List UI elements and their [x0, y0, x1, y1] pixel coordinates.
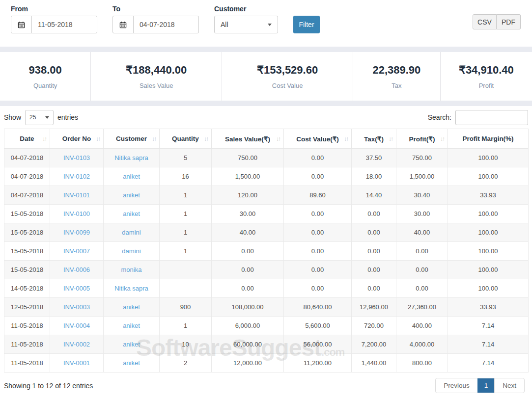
order-no-link[interactable]: INV-0005 — [50, 279, 104, 298]
sales-value-cell: 40.00 — [212, 223, 284, 242]
quantity-cell: 1 — [160, 186, 212, 205]
order-no-link[interactable]: INV-0103 — [50, 149, 104, 167]
csv-button[interactable]: CSV — [473, 14, 497, 29]
search-input[interactable] — [455, 110, 528, 125]
order-no-link[interactable]: INV-0099 — [50, 223, 104, 242]
order-no-link[interactable]: INV-0001 — [50, 354, 104, 373]
table-row: 04-07-2018INV-0101aniket1120.0089.6014.4… — [4, 186, 529, 205]
sales-value-cell: 1,500.00 — [212, 167, 284, 186]
tax-cell: 37.50 — [352, 149, 396, 167]
table-row: 11-05-2018INV-0002aniket1060,000.0056,00… — [4, 335, 529, 354]
sales-value-cell: 120.00 — [212, 186, 284, 205]
page-length-select[interactable]: 25 — [25, 110, 54, 125]
filter-groups: From To — [0, 0, 532, 33]
customer-link[interactable]: damini — [104, 242, 160, 261]
sales-value-cell: 0.00 — [212, 261, 284, 279]
stat-value: ₹188,440.00 — [91, 64, 222, 77]
calendar-icon[interactable] — [113, 16, 134, 33]
column-header-cost-value[interactable]: Cost Value(₹)↓↑ — [284, 129, 352, 149]
customer-link[interactable]: damini — [104, 223, 160, 242]
column-header-quantity[interactable]: Quantity↓↑ — [160, 129, 212, 149]
stat-value: ₹34,910.40 — [441, 64, 532, 77]
from-date-input[interactable] — [32, 16, 97, 33]
pdf-button[interactable]: PDF — [497, 14, 521, 29]
separator-band — [0, 47, 532, 52]
column-header-profit[interactable]: Profit(₹)↓↑ — [396, 129, 448, 149]
filter-button[interactable]: Filter — [293, 16, 320, 33]
to-label: To — [112, 5, 199, 13]
profit-cell: 0.00 — [396, 242, 448, 261]
table-row: 15-05-2018INV-0099damini140.000.000.0040… — [4, 223, 529, 242]
date-cell: 11-05-2018 — [4, 354, 50, 373]
table-controls: Show 25 entries Search: — [4, 106, 528, 129]
quantity-cell — [160, 279, 212, 298]
column-header-date[interactable]: Date↓↑ — [4, 129, 50, 149]
stat-cost-value: ₹153,529.60 Cost Value — [222, 52, 353, 101]
to-date-input[interactable] — [134, 16, 198, 33]
tax-cell: 0.00 — [352, 261, 396, 279]
customer-link[interactable]: aniket — [104, 298, 160, 317]
customer-link[interactable]: monika — [104, 261, 160, 279]
date-cell: 04-07-2018 — [4, 186, 50, 205]
report-table-body: 04-07-2018INV-0103Nitika sapra5750.000.0… — [4, 149, 529, 373]
profit-margin-cell: 7.14 — [448, 317, 529, 335]
quantity-cell: 1 — [160, 205, 212, 223]
pagination: Previous 1 Next — [435, 378, 525, 393]
from-date-input-group — [11, 16, 97, 33]
profit-cell: 750.00 — [396, 149, 448, 167]
chevron-down-icon — [268, 24, 272, 26]
customer-link[interactable]: aniket — [104, 354, 160, 373]
calendar-icon[interactable] — [11, 16, 32, 33]
column-header-order-no[interactable]: Order No↓↑ — [50, 129, 104, 149]
page-1-button[interactable]: 1 — [477, 378, 495, 393]
cost-value-cell: 0.00 — [284, 167, 352, 186]
table-header: Date↓↑Order No↓↑Customer↓↑Quantity↓↑Sale… — [4, 129, 529, 149]
customer-select[interactable]: All — [214, 16, 278, 33]
customer-link[interactable]: Nitika sapra — [104, 279, 160, 298]
stat-label: Cost Value — [222, 82, 353, 89]
stat-value: ₹153,529.60 — [222, 64, 353, 77]
filter-bar: From To — [0, 0, 532, 47]
customer-link[interactable]: aniket — [104, 167, 160, 186]
cost-value-cell: 0.00 — [284, 279, 352, 298]
customer-link[interactable]: aniket — [104, 317, 160, 335]
cost-value-cell: 0.00 — [284, 149, 352, 167]
date-cell: 04-07-2018 — [4, 167, 50, 186]
from-date-group: From — [11, 5, 97, 33]
profit-margin-cell: 33.93 — [448, 186, 529, 205]
quantity-cell: 5 — [160, 149, 212, 167]
customer-link[interactable]: aniket — [104, 335, 160, 354]
order-no-link[interactable]: INV-0006 — [50, 261, 104, 279]
cost-value-cell: 0.00 — [284, 223, 352, 242]
sales-report-page: From To — [0, 0, 532, 400]
stat-label: Quantity — [0, 82, 90, 89]
summary-row: 938.00 Quantity ₹188,440.00 Sales Value … — [0, 52, 532, 101]
date-cell: 04-07-2018 — [4, 149, 50, 167]
order-no-link[interactable]: INV-0002 — [50, 335, 104, 354]
previous-page-button[interactable]: Previous — [436, 378, 477, 393]
customer-label: Customer — [214, 5, 278, 13]
order-no-link[interactable]: INV-0007 — [50, 242, 104, 261]
column-header-sales-value[interactable]: Sales Value(₹)↓↑ — [212, 129, 284, 149]
customer-link[interactable]: aniket — [104, 205, 160, 223]
page-length-control: Show 25 entries — [4, 110, 78, 125]
sort-icon: ↓↑ — [96, 135, 100, 142]
order-no-link[interactable]: INV-0003 — [50, 298, 104, 317]
column-header-profit-margin[interactable]: Profit Margin(%) — [448, 129, 529, 149]
sort-icon: ↓↑ — [276, 135, 280, 142]
sales-value-cell: 12,000.00 — [212, 354, 284, 373]
order-no-link[interactable]: INV-0102 — [50, 167, 104, 186]
next-page-button[interactable]: Next — [494, 378, 524, 393]
order-no-link[interactable]: INV-0100 — [50, 205, 104, 223]
order-no-link[interactable]: INV-0101 — [50, 186, 104, 205]
quantity-cell: 1 — [160, 317, 212, 335]
column-header-tax[interactable]: Tax(₹)↓↑ — [352, 129, 396, 149]
sales-value-cell: 60,000.00 — [212, 335, 284, 354]
profit-margin-cell: 100.00 — [448, 261, 529, 279]
customer-link[interactable]: Nitika sapra — [104, 149, 160, 167]
order-no-link[interactable]: INV-0004 — [50, 317, 104, 335]
column-header-customer[interactable]: Customer↓↑ — [104, 129, 160, 149]
profit-margin-cell: 100.00 — [448, 167, 529, 186]
customer-link[interactable]: aniket — [104, 186, 160, 205]
tax-cell: 18.00 — [352, 167, 396, 186]
